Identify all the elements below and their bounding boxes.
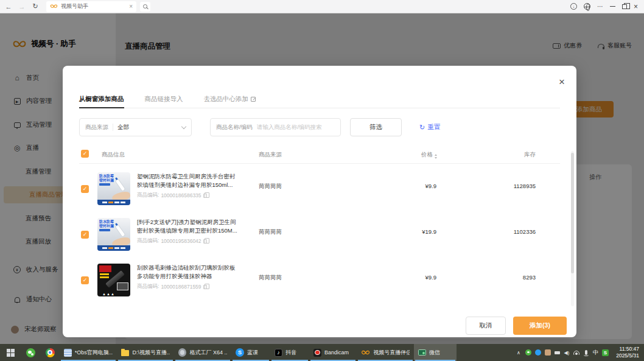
wechat-screen-icon: [418, 349, 426, 356]
add-product-modal: × 从橱窗添加商品 商品链接导入 去选品中心添加 商品来源 全部 商品名称/编码…: [63, 66, 576, 337]
refresh-icon[interactable]: ↻: [30, 2, 40, 12]
download-icon[interactable]: ↓: [570, 3, 577, 10]
tray-usb-icon[interactable]: [555, 351, 560, 354]
table-header: ✓ 商品信息 商品来源 价格 库存: [63, 149, 576, 162]
product-stock: 1102336: [483, 228, 536, 235]
tab-link-import[interactable]: 商品链接导入: [145, 90, 183, 108]
screen: ← → ↻ 视频号助手 × ↓ ⋯ × 视频号 · 助手 ⌂ 首页: [0, 0, 644, 361]
notepad-icon: [64, 349, 72, 357]
col-product-info: 商品信息: [102, 151, 125, 159]
col-product-source: 商品来源: [259, 151, 282, 159]
tray-messenger-icon[interactable]: [535, 349, 541, 356]
forward-icon[interactable]: →: [17, 2, 27, 12]
reset-refresh-icon: ↻: [419, 124, 425, 131]
taskbar-app-obs[interactable]: *Obs官网电脑...: [60, 344, 117, 361]
product-name[interactable]: 刮胶器毛刺修边清硅胶刮刀璃胶刮胶板多功能专用打胶美缝抹胶神器: [137, 264, 240, 281]
product-name[interactable]: 塑钢泥防水防霉卫生间厨房洗手台密封胶填缝剂美缝封边补漏专用胶150ml...: [137, 172, 240, 189]
product-name[interactable]: [到手2支送铲刀]强力塑钢泥厨房卫生间密封胶美缝填隙专用厨卫密封胶150M...: [137, 218, 240, 235]
back-icon[interactable]: ←: [4, 2, 13, 12]
tab-selection-center[interactable]: 去选品中心添加: [204, 90, 256, 108]
copy-icon[interactable]: [203, 239, 207, 244]
taskbar-chrome-button[interactable]: [40, 344, 60, 361]
start-button[interactable]: [0, 344, 21, 361]
taskbar-wechat-button[interactable]: [21, 344, 40, 361]
lanke-icon: S: [236, 348, 244, 357]
taskbar-app-wechat-active[interactable]: 微信: [414, 344, 457, 361]
copy-icon[interactable]: [203, 285, 207, 289]
source-select[interactable]: 商品来源 全部: [79, 118, 192, 136]
external-link-icon: [251, 97, 256, 102]
copy-icon[interactable]: [203, 194, 207, 198]
taskbar-app-explorer[interactable]: D:\视频号直播...: [117, 344, 174, 361]
wechat-icon: [26, 348, 35, 357]
windows-icon: [7, 349, 15, 357]
taskbar-app-bandicam[interactable]: Bandicam: [309, 344, 357, 361]
tray-avatar-icon[interactable]: [545, 349, 551, 356]
page: 视频号 · 助手 ⌂ 首页 ▶ 内容管理 互动管理 ◎ 直播 直播管理: [0, 13, 644, 344]
browser-bar: ← → ↻ 视频号助手 × ↓ ⋯ ×: [0, 0, 644, 13]
douyin-icon: ♪: [275, 349, 282, 357]
col-price: 价格: [421, 151, 437, 159]
wifi-icon[interactable]: [573, 351, 579, 355]
product-source: 苘苘苘苘: [259, 183, 282, 191]
sogou-icon[interactable]: S: [602, 349, 609, 356]
tray-expand-icon[interactable]: ∧: [516, 350, 522, 356]
product-code: 商品编码: 10000195836042: [137, 237, 207, 245]
taskbar-app-lanke[interactable]: S 蓝课: [231, 344, 270, 361]
row-checkbox[interactable]: ✓: [81, 185, 89, 193]
product-source: 苘苘苘苘: [259, 228, 282, 236]
cancel-button[interactable]: 取消: [466, 317, 506, 335]
product-stock: 1128935: [483, 183, 536, 189]
check-icon: ✓: [83, 151, 88, 156]
product-thumbnail: 防水防霉密封补漏: [97, 218, 130, 251]
browser-tab[interactable]: 视频号助手 ×: [46, 1, 136, 12]
product-thumbnail: ▲▲▲: [97, 264, 130, 296]
product-price: ¥9.9: [391, 183, 436, 189]
table-row: ✓ ▲▲▲ 刮胶器毛刺修边清硅胶刮刀璃胶刮胶板多功能专用打胶美缝抹胶神器 商品编…: [63, 258, 576, 304]
select-all-checkbox[interactable]: ✓: [81, 150, 89, 158]
format-factory-icon: [178, 348, 186, 357]
microphone-icon[interactable]: [585, 350, 587, 355]
product-source: 苘苘苘苘: [259, 274, 282, 282]
product-thumbnail: 防水防霉密封补漏: [97, 172, 130, 205]
globe-icon[interactable]: [584, 3, 590, 10]
ime-indicator[interactable]: 中: [593, 349, 598, 357]
search-button[interactable]: [140, 2, 150, 12]
restore-icon[interactable]: [622, 4, 627, 9]
scrollbar-thumb[interactable]: [571, 153, 574, 273]
filter-button[interactable]: 筛选: [350, 118, 402, 136]
table-row: ✓ 防水防霉密封补漏 [到手2支送铲刀]强力塑钢泥厨房卫生间密封胶美缝填隙专用厨…: [63, 212, 576, 258]
bandicam-icon: [313, 349, 321, 357]
taskbar: *Obs官网电脑... D:\视频号直播... 格式工厂 X64 ... S 蓝…: [0, 344, 644, 361]
check-icon: ✓: [83, 186, 88, 192]
row-checkbox[interactable]: ✓: [81, 276, 89, 284]
product-price: ¥19.9: [391, 228, 436, 235]
tab-from-showcase[interactable]: 从橱窗添加商品: [79, 90, 124, 108]
chrome-icon: [46, 348, 55, 357]
taskbar-clock[interactable]: 11:50:47 2025/5/31: [612, 344, 644, 361]
product-code: 商品编码: 10000186871559: [137, 283, 207, 290]
modal-scrollbar[interactable]: [571, 151, 574, 306]
tab-title: 视频号助手: [61, 2, 126, 10]
reset-button[interactable]: ↻ 重置: [419, 118, 440, 136]
confirm-add-button[interactable]: 添加(3): [513, 317, 567, 335]
product-stock: 8293: [483, 274, 536, 281]
source-select-value: 全部: [117, 124, 178, 131]
window-close-icon[interactable]: ×: [634, 2, 638, 11]
search-icon: [143, 4, 147, 9]
taskbar-app-channels-live[interactable]: 视频号直播伴侣: [357, 344, 414, 361]
more-menu-icon[interactable]: ⋯: [597, 3, 603, 10]
tray-wechat-icon[interactable]: [525, 349, 531, 356]
volume-icon[interactable]: ◀): [564, 350, 570, 356]
col-stock: 库存: [483, 151, 536, 159]
taskbar-app-format-factory[interactable]: 格式工厂 X64 ...: [174, 344, 231, 361]
modal-close-icon[interactable]: ×: [559, 77, 565, 87]
minimize-icon[interactable]: [610, 6, 615, 7]
row-checkbox[interactable]: ✓: [81, 231, 89, 239]
tab-close-icon[interactable]: ×: [129, 3, 133, 10]
chevron-down-icon: [181, 124, 186, 128]
sort-icon[interactable]: [435, 154, 437, 159]
clock-date: 2025/5/31: [616, 352, 639, 359]
name-search-input[interactable]: 商品名称/编码 请输入商品名称/编码搜索: [210, 118, 341, 136]
taskbar-app-douyin[interactable]: ♪ 抖音: [270, 344, 309, 361]
